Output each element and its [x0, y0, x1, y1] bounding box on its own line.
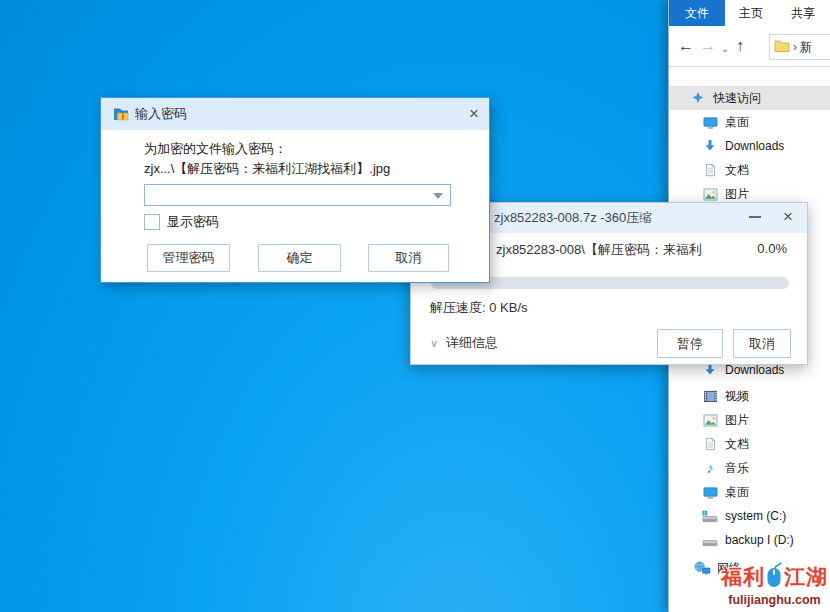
sidebar-item-desktop[interactable]: 桌面 — [669, 110, 830, 134]
sidebar-item-desktop-pc[interactable]: 桌面 — [669, 480, 830, 504]
sidebar-item-label: 图片 — [725, 186, 749, 203]
zip-file-icon — [113, 106, 129, 122]
videos-icon — [701, 390, 719, 403]
sidebar-item-label: 桌面 — [725, 114, 749, 131]
up-icon[interactable]: ↑ — [736, 34, 744, 58]
tab-home[interactable]: 主页 — [725, 0, 777, 26]
fulijianghu-watermark: 福利 江湖 fulijianghu.com — [721, 562, 828, 607]
cancel-button[interactable]: 取消 — [368, 244, 449, 272]
sidebar-item-drive-c[interactable]: system (C:) — [669, 504, 830, 528]
sidebar-item-label: 快速访问 — [713, 90, 761, 107]
manage-passwords-button[interactable]: 管理密码 — [147, 244, 230, 272]
sidebar-item-quick-access[interactable]: 快速访问 — [669, 86, 830, 110]
sidebar-item-pictures-pc[interactable]: 图片 — [669, 408, 830, 432]
system-drive-icon — [701, 510, 719, 523]
sidebar-item-music[interactable]: ♪ 音乐 — [669, 456, 830, 480]
watermark-word-right: 江湖 — [784, 563, 828, 591]
tab-share[interactable]: 共享 — [777, 0, 829, 26]
minimize-icon[interactable] — [749, 216, 761, 218]
forward-icon[interactable]: → — [700, 34, 716, 58]
quick-access-star-icon — [689, 91, 707, 105]
network-icon — [693, 561, 711, 575]
sidebar-item-label: 视频 — [725, 388, 749, 405]
cancel-button[interactable]: 取消 — [733, 329, 791, 358]
sidebar-item-downloads[interactable]: Downloads — [669, 134, 830, 158]
encrypted-filename: zjx...\【解压密码：来福利江湖找福利】.jpg — [144, 160, 390, 178]
extract-percent: 0.0% — [757, 241, 787, 256]
sidebar-item-videos[interactable]: 视频 — [669, 384, 830, 408]
documents-icon — [701, 437, 719, 451]
watermark-domain: fulijianghu.com — [721, 593, 828, 607]
password-dialog-title: 输入密码 — [135, 105, 187, 123]
sidebar-item-label: Downloads — [725, 363, 784, 377]
sidebar-item-documents[interactable]: 文档 — [669, 158, 830, 182]
address-bar[interactable]: › 新 — [769, 34, 830, 60]
sidebar-item-label: 桌面 — [725, 484, 749, 501]
pictures-icon — [701, 188, 719, 201]
desktop-icon — [701, 485, 719, 500]
drive-icon — [701, 534, 719, 547]
close-icon[interactable]: × — [783, 207, 793, 227]
watermark-word-left: 福利 — [721, 563, 765, 591]
documents-icon — [701, 163, 719, 177]
sidebar-item-label: 音乐 — [725, 460, 749, 477]
pictures-icon — [701, 414, 719, 427]
breadcrumb-chevron-icon: › — [793, 40, 797, 54]
combo-dropdown-icon[interactable] — [433, 193, 443, 199]
show-password-checkbox[interactable] — [144, 214, 160, 230]
sidebar-item-drive-d[interactable]: backup I (D:) — [669, 528, 830, 552]
breadcrumb: 新 — [800, 39, 812, 56]
pause-button[interactable]: 暂停 — [657, 329, 723, 358]
downloads-icon — [701, 363, 719, 377]
ok-button[interactable]: 确定 — [258, 244, 341, 272]
password-input[interactable] — [144, 184, 451, 206]
extract-speed: 解压速度: 0 KB/s — [430, 299, 528, 317]
password-dialog: 输入密码 × 为加密的文件输入密码： zjx...\【解压密码：来福利江湖找福利… — [100, 97, 490, 283]
sidebar-item-documents-pc[interactable]: 文档 — [669, 432, 830, 456]
folder-icon — [774, 38, 790, 56]
downloads-icon — [701, 139, 719, 153]
sidebar-item-label: 图片 — [725, 412, 749, 429]
details-label: 详细信息 — [446, 334, 498, 352]
desktop: 文件 主页 共享 ← → ⌄ ↑ › 新 快速访问 — [0, 0, 830, 612]
history-chevron-icon[interactable]: ⌄ — [721, 37, 729, 61]
sidebar-item-label: system (C:) — [725, 509, 786, 523]
ribbon-tabs: 文件 主页 共享 — [669, 0, 830, 26]
back-icon[interactable]: ← — [678, 34, 694, 58]
sidebar-item-label: backup I (D:) — [725, 533, 794, 547]
show-password-label: 显示密码 — [167, 213, 219, 231]
mouse-icon — [766, 562, 783, 592]
navigation-toolbar: ← → ⌄ ↑ › 新 — [669, 26, 830, 67]
details-toggle[interactable]: ∨ 详细信息 — [430, 334, 498, 352]
sidebar-item-label: Downloads — [725, 139, 784, 153]
music-note-icon: ♪ — [701, 461, 719, 475]
desktop-icon — [701, 115, 719, 130]
password-prompt: 为加密的文件输入密码： — [144, 140, 287, 158]
close-icon[interactable]: × — [469, 104, 479, 124]
show-password-row: 显示密码 — [144, 213, 219, 231]
sidebar-item-label: 文档 — [725, 436, 749, 453]
sidebar-item-label: 文档 — [725, 162, 749, 179]
tab-file[interactable]: 文件 — [669, 0, 725, 26]
password-dialog-titlebar[interactable]: 输入密码 × — [101, 98, 489, 130]
chevron-down-icon: ∨ — [430, 337, 438, 350]
